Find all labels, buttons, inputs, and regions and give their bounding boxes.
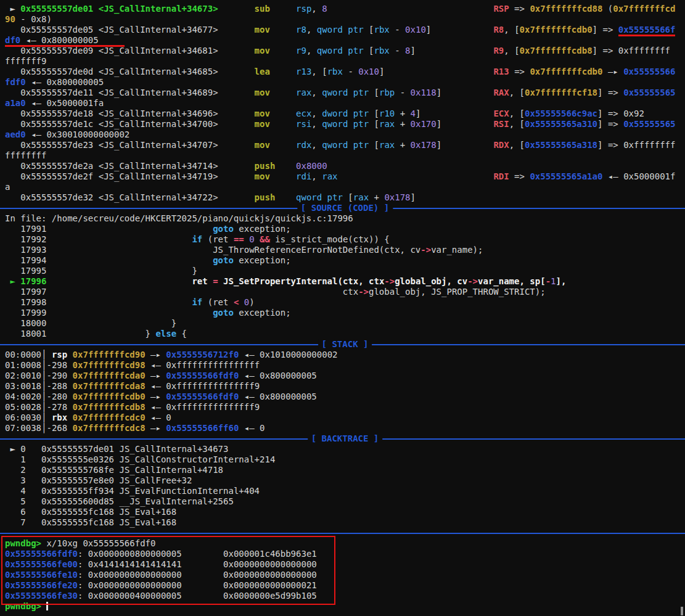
disasm-line-0x55555557de05: 0x55555557de05 <JS_CallInternal+34677> m… bbox=[5, 25, 685, 35]
text-segment: , [ bbox=[504, 46, 519, 55]
memory-dump-line-0x55555566fdf0: 0x55555566fdf0: 0x0000000800000005 0x000… bbox=[5, 549, 685, 559]
text-segment bbox=[5, 161, 20, 171]
text-segment: 90 bbox=[5, 14, 15, 24]
text-segment: 8 bbox=[322, 4, 327, 14]
text-segment: 7 bbox=[5, 517, 41, 527]
text-segment: = bbox=[213, 276, 218, 286]
text-segment bbox=[270, 67, 296, 76]
text-segment: x/10xg 0x55555566fdf0 bbox=[46, 538, 155, 548]
text-segment bbox=[270, 140, 296, 150]
text-segment: , bbox=[311, 171, 322, 181]
text-segment: 0x170 bbox=[411, 119, 437, 129]
text-segment: push bbox=[255, 161, 276, 171]
text-segment: 0x55555566fe30 bbox=[5, 591, 78, 601]
text-segment: 0x7fffffffcdc8 bbox=[73, 423, 146, 433]
disasm-line-wrap: a1a0 ◂— 0x5000001fa bbox=[5, 98, 685, 109]
text-segment: { bbox=[176, 329, 187, 339]
text-segment: ◂— 0x30010000000002 bbox=[26, 129, 130, 139]
text-segment: ◂— 0xfffffffffffffff9 bbox=[146, 381, 260, 391]
text-segment: rsp bbox=[296, 4, 311, 14]
text-segment bbox=[441, 88, 493, 97]
text-segment: 0x55555566fdf0 bbox=[166, 392, 239, 401]
text-segment bbox=[5, 192, 20, 202]
text-segment bbox=[5, 119, 20, 129]
text-segment: goto bbox=[213, 224, 234, 234]
text-segment: ► 17996 bbox=[5, 276, 46, 286]
disasm-line-0x55555557de09: 0x55555557de09 <JS_CallInternal+34681> m… bbox=[5, 46, 685, 56]
text-segment: 0x7fffffffcdb8 bbox=[520, 46, 593, 55]
text-segment: == bbox=[234, 234, 244, 244]
text-segment: qword ptr bbox=[322, 119, 374, 129]
scrollbar-thumb[interactable] bbox=[681, 607, 683, 615]
text-segment: 0x55555566fdf0 bbox=[166, 371, 239, 380]
text-segment bbox=[218, 171, 255, 181]
text-segment: ] => bbox=[597, 88, 623, 97]
text-segment: exception; bbox=[234, 308, 291, 318]
text-segment: 0x55555565a310 bbox=[525, 119, 597, 129]
text-segment: + bbox=[395, 109, 410, 118]
text-segment: mov bbox=[255, 109, 270, 118]
text-segment bbox=[270, 4, 296, 14]
disasm-line-0x55555557de2f: 0x55555557de2f <JS_CallInternal+34719> m… bbox=[5, 171, 685, 182]
text-segment: R13 bbox=[493, 67, 509, 76]
text-segment: 0x10 bbox=[405, 25, 426, 35]
section-separator-stack: [ STACK ] bbox=[5, 339, 685, 350]
source-line-17998: 17998 if (ret < 0) bbox=[5, 297, 685, 308]
terminal-content: ► 0x55555557de01 <JS_CallInternal+34673>… bbox=[5, 4, 685, 612]
text-segment: qword ptr bbox=[322, 88, 374, 97]
text-segment bbox=[218, 109, 255, 118]
text-segment: , bbox=[311, 109, 322, 118]
text-segment: R8 bbox=[493, 25, 504, 35]
text-segment: exception; bbox=[234, 224, 291, 234]
stack-row-05: 05:0028│-278 0x7fffffffcdb8 ◂— 0xfffffff… bbox=[5, 402, 685, 413]
text-segment: 0x55555557de32 <JS_CallInternal+34722> bbox=[20, 192, 218, 202]
text-segment: [ bbox=[374, 109, 379, 118]
section-title: [ STACK ] bbox=[318, 339, 372, 350]
text-segment: —▸ bbox=[146, 392, 166, 401]
text-segment bbox=[275, 161, 296, 171]
disasm-line-wrap: fffffff9 bbox=[5, 56, 685, 67]
text-segment: 17992 bbox=[5, 234, 192, 244]
prompt-input-line[interactable]: pwndbg> bbox=[5, 601, 685, 612]
backtrace-frame-2: 2 0x5555555768fe JS_CallInternal+4718 bbox=[5, 465, 685, 475]
text-segment: 0x55555557de0d <JS_CallInternal+34685> bbox=[20, 67, 218, 76]
text-segment: rax bbox=[379, 119, 395, 129]
text-segment: , bbox=[306, 46, 317, 55]
text-segment: -280 bbox=[46, 392, 67, 401]
text-segment: 17999 bbox=[5, 308, 213, 318]
source-file-path: In file: /home/secreu/code/HKCERT2025/pi… bbox=[5, 213, 685, 224]
text-segment: 0x55555565a318 bbox=[525, 140, 597, 150]
section-separator-divider bbox=[5, 528, 685, 538]
text-segment: ] bbox=[426, 25, 431, 35]
text-segment bbox=[5, 140, 20, 150]
text-segment: -> bbox=[467, 276, 478, 286]
text-segment bbox=[218, 4, 255, 14]
text-segment: exception; bbox=[234, 255, 291, 265]
text-segment: => bbox=[509, 171, 530, 181]
text-segment: 0x7fffffffcdc0 bbox=[73, 413, 146, 422]
text-segment: r9 bbox=[296, 46, 306, 55]
text-segment: 0x178 bbox=[384, 192, 410, 202]
text-segment: 0x55555566f bbox=[618, 25, 676, 36]
stack-row-02: 02:0010│-290 0x7fffffffcda0 —▸ 0x5555556… bbox=[5, 371, 685, 381]
text-segment: 0x5555555fc168 JS_Eval+168 bbox=[41, 517, 176, 527]
text-segment: —▸ bbox=[146, 371, 166, 380]
text-segment bbox=[275, 192, 296, 202]
text-segment: 06:0030 bbox=[5, 413, 41, 422]
text-segment: 05:0028 bbox=[5, 402, 41, 412]
prompt-command-line[interactable]: pwndbg> x/10xg 0x55555566fdf0 bbox=[5, 538, 685, 549]
text-segment: qword ptr bbox=[296, 192, 348, 202]
text-segment: - bbox=[546, 276, 551, 286]
text-segment: ] bbox=[437, 119, 441, 129]
text-segment: 0x55555557de1c <JS_CallInternal+34700> bbox=[20, 119, 218, 129]
text-segment: ◂— 0 bbox=[146, 413, 171, 422]
text-segment bbox=[384, 67, 493, 76]
text-segment: [ bbox=[369, 46, 374, 55]
text-segment: 8 bbox=[405, 46, 410, 55]
text-segment: -268 bbox=[46, 423, 67, 433]
text-segment: ] => 0xffffffff bbox=[597, 140, 675, 150]
text-segment: 6 bbox=[5, 507, 41, 517]
text-segment: mov bbox=[255, 25, 270, 35]
text-segment: , [ bbox=[509, 88, 525, 97]
text-segment: lea bbox=[255, 67, 270, 76]
